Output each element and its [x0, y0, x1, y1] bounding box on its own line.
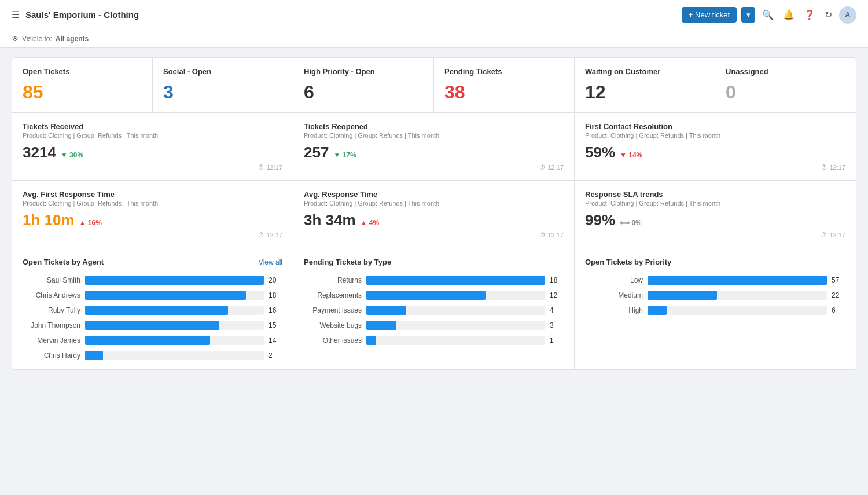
header: ☰ Sauls' Emporium - Clothing + New ticke… [0, 0, 868, 30]
chart-card: Pending Tickets by TypeReturns18Replacem… [293, 248, 575, 369]
bar-track [366, 321, 545, 330]
header-title: Sauls' Emporium - Clothing [25, 10, 139, 20]
menu-icon[interactable]: ☰ [12, 9, 20, 20]
stat-label: Open Tickets [23, 67, 142, 76]
new-ticket-button[interactable]: + New ticket [682, 7, 737, 23]
bar-row: Medium22 [585, 291, 845, 300]
bar-row: Other issues1 [304, 336, 564, 345]
chart-row: Open Tickets by AgentView allSaul Smith2… [12, 248, 856, 369]
bar-label: High [585, 306, 643, 314]
bar-track [85, 321, 264, 330]
bar-value: 22 [832, 291, 845, 299]
avatar-button[interactable]: A [839, 6, 856, 24]
visible-to-value: All agents [56, 35, 89, 43]
bar-track [366, 306, 545, 315]
stat-value: 38 [444, 82, 564, 103]
chart-title: Open Tickets by Agent [23, 258, 104, 266]
bar-track [648, 291, 827, 300]
stat-value: 85 [23, 82, 142, 103]
bar-label: Low [585, 276, 643, 284]
bar-fill [366, 276, 545, 285]
stat-label: Waiting on Customer [585, 67, 704, 76]
notifications-button[interactable]: 🔔 [781, 7, 797, 23]
help-button[interactable]: ❓ [801, 7, 818, 23]
bar-track [366, 291, 545, 300]
bar-label: Replacements [304, 291, 362, 299]
bar-label: Returns [304, 276, 362, 284]
main-content: Open Tickets 85 Social - Open 3 High Pri… [0, 48, 868, 379]
metric-card2-0: Avg. First Response Time Product: Clothi… [12, 181, 293, 248]
stat-label: Unassigned [726, 67, 845, 76]
bar-fill [366, 336, 376, 345]
bar-fill [85, 306, 228, 315]
bar-track [366, 276, 545, 285]
bar-fill [85, 291, 246, 300]
bar-row: Chris Andrews18 [23, 291, 282, 300]
bar-fill [85, 276, 264, 285]
stat-value: 6 [304, 82, 423, 103]
visible-to-label: Visible to: [22, 35, 52, 43]
bar-label: Website bugs [304, 321, 362, 329]
bar-fill [648, 291, 717, 300]
bar-track [366, 336, 545, 345]
header-right: + New ticket ▾ 🔍 🔔 ❓ ↻ A [682, 6, 856, 24]
bar-label: Chris Andrews [23, 291, 80, 299]
metric-card-2: First Contact Resolution Product: Clothi… [575, 113, 856, 180]
chart-title: Open Tickets by Priority [585, 258, 671, 266]
refresh-button[interactable]: ↻ [822, 7, 834, 23]
metric-row-1: Tickets Received Product: Clothing | Gro… [12, 113, 856, 181]
bar-label: Ruby Tully [23, 306, 80, 314]
search-button[interactable]: 🔍 [760, 7, 776, 23]
bar-fill [85, 336, 210, 345]
bar-row: Mervin James14 [23, 336, 282, 345]
bar-value: 18 [269, 291, 282, 299]
chart-header: Pending Tickets by Type [304, 258, 564, 266]
bar-row: Website bugs3 [304, 321, 564, 330]
bar-track [648, 306, 827, 315]
bar-row: High6 [585, 306, 845, 315]
bar-value: 57 [832, 276, 845, 284]
chart-card: Open Tickets by AgentView allSaul Smith2… [12, 248, 293, 369]
chart-header: Open Tickets by AgentView all [23, 258, 282, 266]
bar-track [85, 306, 264, 315]
bar-track [85, 351, 264, 360]
bar-value: 16 [269, 306, 282, 314]
metric-card2-1: Avg. Response Time Product: Clothing | G… [293, 181, 575, 248]
stat-label: Social - Open [163, 67, 282, 76]
view-all-link[interactable]: View all [259, 258, 282, 266]
eye-icon: 👁 [12, 35, 19, 43]
bar-fill [366, 291, 486, 300]
bar-fill [648, 306, 667, 315]
bar-chart: Saul Smith20Chris Andrews18Ruby Tully16J… [23, 276, 282, 360]
bar-value: 3 [550, 321, 564, 329]
header-left: ☰ Sauls' Emporium - Clothing [12, 9, 139, 20]
stat-card-1: Social - Open 3 [153, 58, 293, 112]
bar-track [85, 291, 264, 300]
bar-fill [366, 321, 396, 330]
stat-value: 0 [726, 82, 845, 103]
bar-label: Chris Hardy [23, 351, 80, 360]
bar-row: Chris Hardy2 [23, 351, 282, 360]
bar-fill [366, 306, 406, 315]
dashboard: Open Tickets 85 Social - Open 3 High Pri… [12, 57, 856, 370]
bar-label: John Thompson [23, 321, 80, 329]
new-ticket-dropdown-button[interactable]: ▾ [741, 7, 755, 23]
bar-label: Payment issues [304, 306, 362, 314]
metric-card2-2: Response SLA trends Product: Clothing | … [575, 181, 856, 248]
bar-value: 12 [550, 291, 564, 299]
bar-value: 2 [269, 351, 282, 360]
stat-value: 12 [585, 82, 704, 103]
bar-chart: Low57Medium22High6 [585, 276, 845, 315]
bar-value: 18 [550, 276, 564, 284]
stat-card-2: High Priority - Open 6 [293, 58, 434, 112]
stat-card-4: Waiting on Customer 12 [575, 58, 715, 112]
bar-chart: Returns18Replacements12Payment issues4We… [304, 276, 564, 345]
stat-label: Pending Tickets [444, 67, 564, 76]
bar-value: 15 [269, 321, 282, 329]
bar-fill [85, 351, 103, 360]
bar-track [648, 276, 827, 285]
bar-value: 4 [550, 306, 564, 314]
bar-label: Saul Smith [23, 276, 80, 284]
chart-header: Open Tickets by Priority [585, 258, 845, 266]
chart-title: Pending Tickets by Type [304, 258, 391, 266]
